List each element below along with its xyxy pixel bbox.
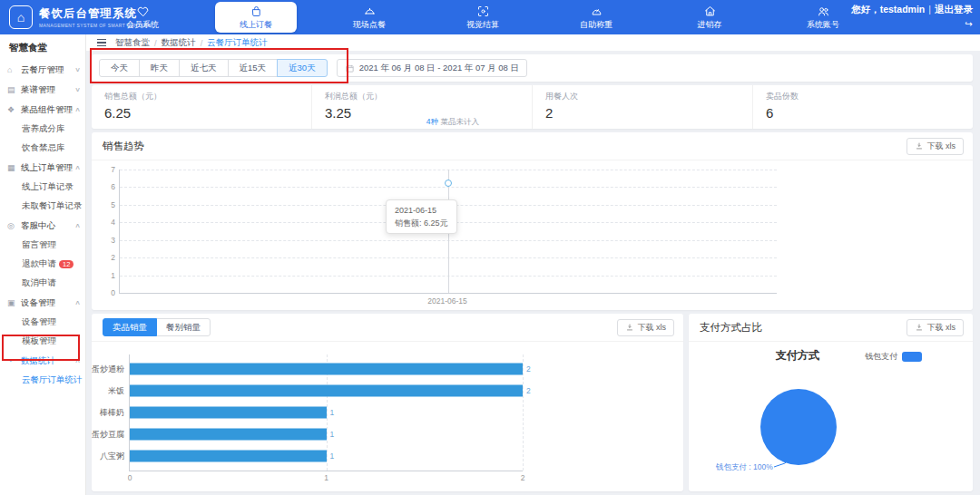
x-axis-label: 2021-06-15 (427, 296, 466, 306)
stat-items-sold: 卖品份数6 (753, 85, 973, 129)
sidebar-group-label: 客服中心 (21, 220, 55, 232)
pie-slice-label: 钱包支付 : 100% (716, 462, 773, 473)
download-xls-button-pie[interactable]: 下载 xls (906, 319, 965, 336)
chevron-up-icon: ∧ (74, 106, 81, 113)
download-xls-button-bars[interactable]: 下载 xls (617, 319, 675, 336)
y-axis-tick: 3 (111, 236, 115, 245)
bar-category-label: 米饭 (108, 385, 124, 397)
scan-eye-icon (476, 4, 490, 18)
bar-category-label: 蛋炒豆腐 (92, 429, 124, 441)
sales-trend-chart[interactable]: 76543210 2021-06-15 2021-06-15 销售额: 6.25… (92, 160, 973, 310)
sidebar-item-label: 营养成分库 (22, 123, 65, 135)
sidebar-item-template-mgmt[interactable]: 模板管理 (0, 332, 85, 351)
nav-item-visual-checkout[interactable]: 视觉结算 (442, 0, 524, 34)
bar-2[interactable] (130, 385, 523, 397)
nav-item-member-system[interactable]: 会员系统 (102, 0, 183, 34)
dish-icon (363, 4, 377, 18)
date-range-picker[interactable]: 2021 年 06 月 08 日 - 2021 年 07 月 08 日 (337, 59, 527, 77)
sidebar-item-diet-taboo-library[interactable]: 饮食禁忌库 (0, 139, 85, 158)
bar-3[interactable] (130, 407, 327, 419)
sidebar-group-data-stats[interactable]: ◔数据统计∧ (0, 351, 85, 371)
sidebar-item-uncollected-order-records[interactable]: 未取餐订单记录 (0, 197, 85, 216)
logout-link[interactable]: 退出登录 (935, 4, 973, 15)
stat-label: 利润总额（元） (325, 91, 532, 102)
download-icon (625, 323, 634, 332)
sidebar-item-message-mgmt[interactable]: 留言管理 (0, 236, 85, 255)
bar-category-label: 蛋炒通粉 (92, 364, 124, 375)
payment-method-card: 支付方式占比 下载 xls 支付方式 钱包支付 (689, 314, 973, 491)
stats-summary: 销售总额（元）6.25利润总额（元）3.254种 菜品未计入用餐人次2卖品份数6 (92, 85, 973, 129)
sidebar-group-device-mgmt[interactable]: ▣设备管理∧ (0, 293, 85, 313)
breadcrumb-separator: / (154, 38, 157, 48)
sidebar-group-cloud-restaurant-mgmt[interactable]: ⌂云餐厅管理∨ (0, 60, 85, 80)
nav-item-label: 自助称重 (580, 19, 612, 31)
nav-item-onsite-ordering[interactable]: 现场点餐 (328, 0, 410, 34)
sidebar-item-refund-requests[interactable]: 退款申请12 (0, 255, 85, 274)
chart-tooltip: 2021-06-15 销售额: 6.25元 (386, 199, 457, 235)
nav-item-label: 进销存 (698, 19, 722, 31)
user-area: 您好，testadmin|退出登录 ↪ (851, 3, 973, 31)
filter-button-last30days[interactable]: 近30天 (277, 59, 328, 77)
sidebar-group-recipe-mgmt[interactable]: ▤菜谱管理∨ (0, 80, 85, 100)
nav-item-inventory[interactable]: 进销存 (669, 0, 750, 34)
item-sales-bar-chart[interactable]: 012蛋炒通粉2米饭2棒棒奶1蛋炒豆腐1八宝粥1 (92, 342, 683, 490)
sidebar-item-label: 取消申请 (22, 277, 56, 289)
divider: | (928, 4, 931, 15)
date-filter-row: 今天昨天近七天近15天近30天 2021 年 06 月 08 日 - 2021 … (92, 54, 973, 82)
sidebar-item-nutrition-library[interactable]: 营养成分库 (0, 120, 85, 139)
y-axis-tick: 5 (111, 200, 115, 209)
filter-button-last15days[interactable]: 近15天 (228, 59, 279, 77)
scale-icon (590, 4, 603, 18)
pie-legend[interactable]: 钱包支付 (865, 351, 922, 363)
bar-1[interactable] (130, 364, 523, 375)
y-axis-tick: 6 (111, 182, 115, 191)
sidebar-group-label: 数据统计 (21, 355, 55, 367)
sidebar-group-label: 菜品组件管理 (21, 104, 73, 116)
app-window: ⌂ 餐饮后台管理系统 MANAGEMENT SYSTEM OF SMART CA… (0, 0, 980, 495)
sidebar-group-label: 云餐厅管理 (21, 64, 64, 76)
sidebar-item-cancel-requests[interactable]: 取消申请 (0, 274, 85, 293)
stat-total-profit: 利润总额（元）3.254种 菜品未计入 (312, 85, 533, 129)
breadcrumb-home[interactable]: 智慧食堂 (115, 37, 150, 49)
tab-item-sales[interactable]: 卖品销量 (103, 318, 157, 336)
bar-category-label: 棒棒奶 (100, 407, 124, 419)
sidebar-item-label: 未取餐订单记录 (22, 200, 83, 212)
collapse-menu-icon[interactable] (97, 39, 106, 47)
y-axis-tick: 0 (111, 288, 115, 297)
bar-5[interactable] (130, 451, 327, 462)
calendar-icon (345, 63, 355, 73)
sidebar-group-label: 线上订单管理 (21, 162, 73, 174)
date-range-text: 2021 年 06 月 08 日 - 2021 年 07 月 08 日 (359, 63, 519, 74)
payment-pie-chart[interactable]: 支付方式 钱包支付 钱包支付 : 100% (689, 342, 973, 490)
sidebar-group-dish-component-mgmt[interactable]: ❖菜品组件管理∧ (0, 100, 85, 120)
sidebar-group-online-order-mgmt[interactable]: ▦线上订单管理∧ (0, 158, 85, 178)
bar-4[interactable] (130, 429, 327, 441)
sidebar-item-cloud-restaurant-order-stats[interactable]: 云餐厅订单统计 (0, 371, 85, 390)
device-icon: ▣ (7, 299, 17, 307)
sidebar-item-label: 退款申请 (22, 258, 56, 270)
filter-button-last7days[interactable]: 近七天 (179, 59, 229, 77)
filter-button-yesterday[interactable]: 昨天 (139, 59, 180, 77)
download-icon (915, 323, 924, 332)
nav-item-self-weighing[interactable]: 自助称重 (555, 0, 637, 34)
sidebar-item-online-order-records[interactable]: 线上订单记录 (0, 178, 85, 197)
download-xls-button-trend[interactable]: 下载 xls (906, 138, 965, 155)
main-area: 智慧食堂 / 数据统计 / 云餐厅订单统计 今天昨天近七天近15天近30天 20… (86, 34, 980, 495)
sidebar-item-label: 饮食禁忌库 (22, 142, 65, 154)
logo-house-icon: ⌂ (9, 5, 33, 29)
y-axis-tick: 4 (111, 218, 115, 227)
stat-diners-count: 用餐人次2 (533, 85, 753, 129)
sidebar-group-service-center[interactable]: ◎客服中心∧ (0, 216, 85, 236)
filter-button-today[interactable]: 今天 (99, 59, 140, 77)
pie-chart-title: 支付方式 (776, 348, 819, 364)
top-nav: 会员系统线上订餐现场点餐视觉结算自助称重进销存系统账号 (102, 0, 896, 34)
breadcrumb-section[interactable]: 数据统计 (162, 37, 196, 49)
breadcrumb-current: 云餐厅订单统计 (207, 37, 268, 49)
tab-meal-type-sales[interactable]: 餐别销量 (156, 318, 211, 336)
nav-item-online-ordering[interactable]: 线上订餐 (215, 2, 297, 33)
sidebar-item-label: 云餐厅订单统计 (22, 374, 83, 386)
gridline (523, 354, 524, 471)
payment-section-title: 支付方式占比 (700, 321, 762, 335)
sidebar-item-device-mgmt-sub[interactable]: 设备管理 (0, 313, 85, 332)
logout-icon[interactable]: ↪ (851, 17, 973, 31)
